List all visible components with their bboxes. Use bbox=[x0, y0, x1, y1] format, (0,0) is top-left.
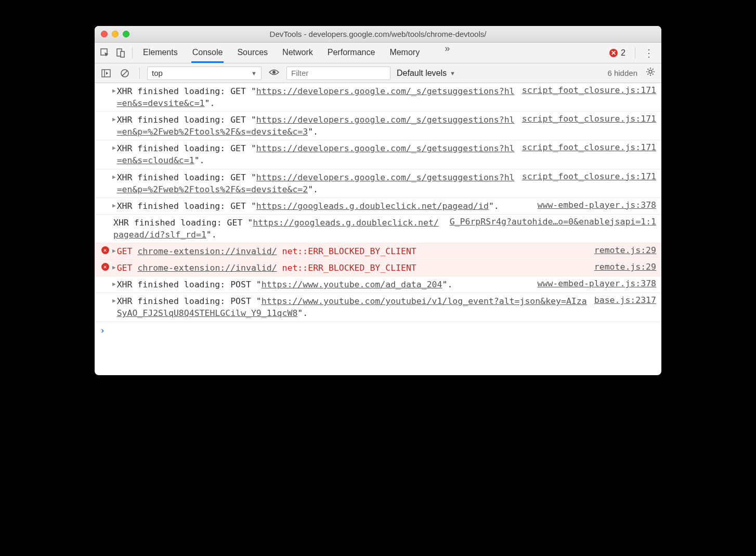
svg-point-8 bbox=[649, 70, 652, 73]
svg-line-15 bbox=[653, 69, 654, 70]
tab-sources[interactable]: Sources bbox=[236, 43, 269, 63]
filter-input[interactable] bbox=[286, 67, 390, 80]
expand-icon[interactable]: ▶ bbox=[112, 295, 116, 304]
live-expression-icon[interactable] bbox=[266, 68, 282, 78]
log-gutter bbox=[98, 142, 112, 143]
toggle-sidebar-icon[interactable] bbox=[99, 66, 113, 81]
tab-network[interactable]: Network bbox=[281, 43, 314, 63]
svg-line-14 bbox=[653, 74, 654, 75]
svg-line-13 bbox=[647, 69, 648, 70]
main-toolbar: Elements Console Sources Network Perform… bbox=[95, 43, 661, 63]
console-prompt-row[interactable]: › bbox=[95, 322, 661, 339]
log-source-link[interactable]: www-embed-player.js:378 bbox=[531, 200, 656, 210]
expand-icon[interactable]: ▶ bbox=[112, 245, 116, 254]
log-row[interactable]: ▶XHR finished loading: GET "https://deve… bbox=[95, 140, 661, 169]
log-url-link[interactable]: chrome-extension://invalid/ bbox=[137, 263, 277, 273]
log-source-link[interactable]: script_foot_closure.js:171 bbox=[516, 142, 656, 152]
window-title: DevTools - developers.google.com/web/too… bbox=[95, 30, 661, 38]
log-message: GET chrome-extension://invalid/ net::ERR… bbox=[117, 262, 588, 274]
log-row[interactable]: ✕▶GET chrome-extension://invalid/ net::E… bbox=[95, 243, 661, 260]
svg-line-16 bbox=[647, 74, 648, 75]
log-gutter bbox=[98, 85, 112, 86]
hidden-messages-count[interactable]: 6 hidden bbox=[607, 69, 637, 77]
levels-label: Default levels bbox=[397, 69, 447, 78]
chevron-down-icon: ▼ bbox=[251, 70, 257, 76]
separator bbox=[635, 47, 635, 59]
expand-icon[interactable]: ▶ bbox=[112, 279, 116, 287]
separator bbox=[132, 47, 133, 59]
log-gutter bbox=[98, 171, 112, 173]
expand-icon[interactable]: ▶ bbox=[112, 262, 116, 271]
expand-icon[interactable]: ▶ bbox=[112, 171, 116, 180]
log-message: XHR finished loading: GET "https://devel… bbox=[117, 142, 516, 166]
log-source-link[interactable]: script_foot_closure.js:171 bbox=[516, 85, 656, 95]
svg-line-6 bbox=[122, 71, 127, 76]
log-gutter: ✕ bbox=[98, 245, 112, 254]
log-source-link[interactable]: remote.js:29 bbox=[588, 245, 656, 255]
log-gutter bbox=[98, 200, 112, 201]
log-gutter bbox=[98, 279, 112, 280]
svg-point-7 bbox=[272, 71, 276, 74]
log-gutter bbox=[98, 114, 112, 115]
log-message: XHR finished loading: GET "https://googl… bbox=[117, 200, 531, 212]
tab-memory[interactable]: Memory bbox=[388, 43, 421, 63]
separator bbox=[139, 68, 140, 79]
log-source-link[interactable]: script_foot_closure.js:171 bbox=[516, 114, 656, 124]
log-message: GET chrome-extension://invalid/ net::ERR… bbox=[117, 245, 588, 257]
log-row[interactable]: ▶XHR finished loading: GET "https://deve… bbox=[95, 83, 661, 112]
log-message: XHR finished loading: POST "https://www.… bbox=[117, 295, 588, 319]
clear-console-icon[interactable] bbox=[118, 66, 132, 81]
titlebar[interactable]: DevTools - developers.google.com/web/too… bbox=[95, 26, 661, 43]
console-log-area[interactable]: ▶XHR finished loading: GET "https://deve… bbox=[95, 83, 661, 322]
log-row[interactable]: ▶XHR finished loading: POST "https://www… bbox=[95, 276, 661, 293]
log-message: XHR finished loading: GET "https://devel… bbox=[117, 114, 516, 138]
log-source-link[interactable]: www-embed-player.js:378 bbox=[531, 279, 656, 288]
log-message: XHR finished loading: GET "https://devel… bbox=[117, 171, 516, 195]
log-message: XHR finished loading: POST "https://www.… bbox=[117, 279, 531, 290]
log-gutter bbox=[98, 217, 112, 218]
chevron-down-icon: ▼ bbox=[450, 70, 455, 76]
expand-icon[interactable]: ▶ bbox=[112, 114, 116, 123]
log-row[interactable]: ▶XHR finished loading: POST "https://www… bbox=[95, 293, 661, 322]
log-url-link[interactable]: https://www.youtube.com/ad_data_204 bbox=[262, 280, 442, 289]
tab-performance[interactable]: Performance bbox=[327, 43, 376, 63]
panel-tabs: Elements Console Sources Network Perform… bbox=[142, 43, 450, 63]
tab-console[interactable]: Console bbox=[191, 43, 224, 63]
log-row[interactable]: ▶XHR finished loading: GET "https://deve… bbox=[95, 169, 661, 198]
log-row[interactable]: ✕▶GET chrome-extension://invalid/ net::E… bbox=[95, 260, 661, 276]
tab-elements[interactable]: Elements bbox=[142, 43, 179, 63]
log-source-link[interactable]: script_foot_closure.js:171 bbox=[516, 171, 656, 181]
error-icon: ✕ bbox=[101, 263, 109, 271]
log-source-link[interactable]: base.js:2317 bbox=[588, 295, 656, 305]
log-source-link[interactable]: remote.js:29 bbox=[588, 262, 656, 272]
context-value: top bbox=[152, 69, 163, 77]
prompt-icon: › bbox=[100, 325, 105, 336]
log-gutter: ✕ bbox=[98, 262, 112, 271]
log-source-link[interactable]: G_P6rpRSr4g?autohide…o=0&enablejsapi=1:1 bbox=[444, 217, 656, 227]
inspect-element-icon[interactable] bbox=[98, 46, 112, 60]
devtools-window: DevTools - developers.google.com/web/too… bbox=[95, 26, 661, 375]
log-gutter bbox=[98, 295, 112, 296]
settings-menu-icon[interactable]: ⋮ bbox=[640, 47, 658, 59]
expand-icon[interactable]: ▶ bbox=[112, 200, 116, 209]
execution-context-select[interactable]: top ▼ bbox=[147, 67, 262, 80]
console-settings-icon[interactable] bbox=[644, 67, 657, 79]
more-tabs-icon[interactable]: » bbox=[445, 43, 450, 63]
expand-icon[interactable]: ▶ bbox=[112, 142, 116, 151]
log-message: XHR finished loading: GET "https://devel… bbox=[117, 85, 516, 109]
console-toolbar: top ▼ Default levels ▼ 6 hidden bbox=[95, 63, 661, 83]
error-count-badge[interactable]: ✕ 2 bbox=[609, 48, 625, 58]
error-icon: ✕ bbox=[101, 246, 109, 254]
device-toggle-icon[interactable] bbox=[113, 46, 128, 60]
log-row[interactable]: XHR finished loading: GET "https://googl… bbox=[95, 215, 661, 243]
error-count: 2 bbox=[621, 48, 625, 58]
log-row[interactable]: ▶XHR finished loading: GET "https://goog… bbox=[95, 198, 661, 215]
log-row[interactable]: ▶XHR finished loading: GET "https://deve… bbox=[95, 112, 661, 140]
log-url-link[interactable]: https://googleads.g.doubleclick.net/page… bbox=[256, 201, 489, 211]
error-icon: ✕ bbox=[609, 49, 618, 57]
log-message: XHR finished loading: GET "https://googl… bbox=[113, 217, 444, 241]
expand-icon[interactable]: ▶ bbox=[112, 85, 116, 94]
log-url-link[interactable]: chrome-extension://invalid/ bbox=[137, 246, 277, 256]
log-levels-select[interactable]: Default levels ▼ bbox=[397, 69, 455, 78]
svg-rect-2 bbox=[121, 51, 124, 57]
